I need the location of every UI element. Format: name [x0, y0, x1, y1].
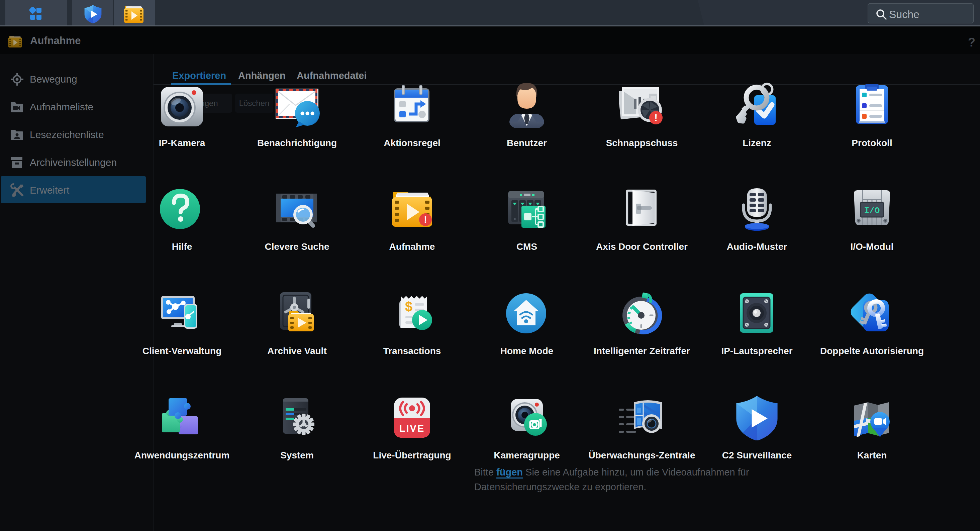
svg-text:I/O: I/O: [864, 206, 880, 216]
svg-text:LIVE: LIVE: [399, 423, 425, 434]
svg-text:$: $: [405, 299, 412, 314]
svg-text:!: !: [424, 215, 427, 225]
svg-text:!: !: [654, 112, 657, 123]
